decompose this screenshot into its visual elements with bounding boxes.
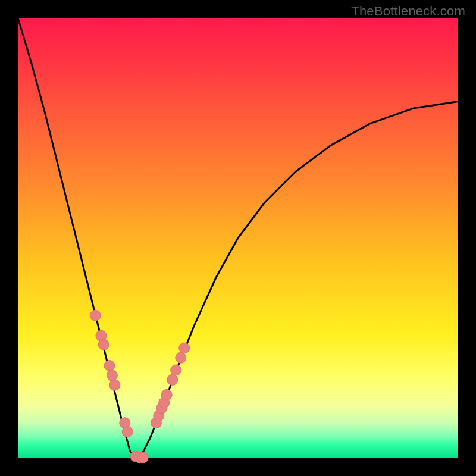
marker-dot xyxy=(90,310,101,321)
bottleneck-curve xyxy=(18,18,458,458)
marker-dot xyxy=(104,361,115,371)
marker-group xyxy=(90,310,189,463)
marker-dot xyxy=(179,343,190,353)
marker-dot xyxy=(167,374,178,385)
plot-area xyxy=(18,18,458,458)
watermark-text: TheBottleneck.com xyxy=(351,4,465,19)
marker-dot xyxy=(176,352,186,363)
marker-dot xyxy=(107,370,117,381)
chart-svg xyxy=(18,18,458,458)
marker-dot xyxy=(122,427,133,437)
marker-dot xyxy=(98,339,109,350)
outer-frame: TheBottleneck.com xyxy=(0,0,476,476)
marker-dot xyxy=(109,380,120,390)
marker-dot xyxy=(137,452,148,463)
marker-dot xyxy=(171,365,181,375)
marker-dot xyxy=(161,389,172,400)
